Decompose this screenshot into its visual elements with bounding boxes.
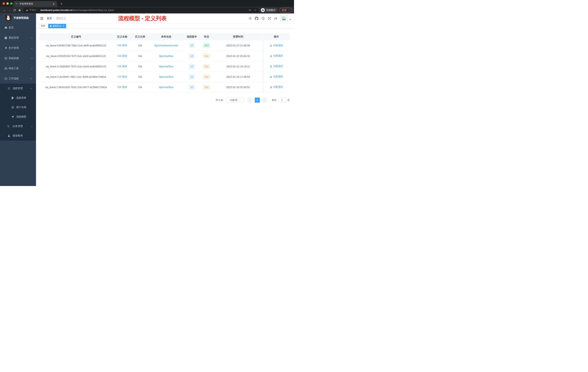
cell-deploy-time: 2022-01-22 21:48:38 [214, 40, 263, 51]
chevron-down-icon [31, 57, 33, 59]
url-path[interactable]: /bpm/manager/definition?key=oa_leave [72, 9, 114, 11]
maximize-window-button[interactable] [10, 2, 12, 5]
page-size-select[interactable]: 10条/页 [226, 98, 244, 103]
macos-window-controls[interactable] [2, 2, 12, 5]
reload-button[interactable] [12, 9, 17, 12]
address-bar[interactable]: 不安全 dashboard.yudao.iocoder.cn/bpm/manag… [23, 8, 259, 13]
sidebar-item-workflow[interactable]: 工作流程 [0, 74, 36, 84]
new-tab-button[interactable]: + [59, 2, 64, 6]
assign-rule-button[interactable]: 分配规则 [270, 85, 283, 89]
avatar-dropdown-caret-icon[interactable] [289, 19, 291, 20]
sidebar-fold-icon[interactable] [40, 17, 43, 20]
cell-deploy-time: 2022-01-22 19:19:11 [214, 61, 263, 72]
minimize-window-button[interactable] [6, 2, 9, 5]
version-badge[interactable]: v5 [189, 43, 195, 48]
security-label[interactable]: 不安全 [29, 9, 36, 12]
assign-rule-button[interactable]: 分配规则 [270, 65, 283, 68]
assign-rule-button[interactable]: 分配规则 [270, 54, 283, 57]
sidebar-item-task-management[interactable]: 任务管理 [0, 121, 36, 131]
bookmark-star-icon[interactable]: ☆ [254, 9, 257, 12]
tags-view-bar: 首页 流程定义 ✕ [36, 23, 294, 29]
app-logo-row[interactable]: 芋道管理系统 [0, 13, 36, 22]
sidebar-item-devtools[interactable]: 研发工具 [0, 63, 36, 74]
current-page-button[interactable]: 1 [255, 98, 260, 103]
version-badge[interactable]: v3 [189, 64, 195, 69]
goto-label: 前往 [272, 98, 277, 102]
sidebar-item-leave-query[interactable]: 请假查询 [0, 131, 36, 141]
tag-process-definition[interactable]: 流程定义 ✕ [48, 24, 66, 28]
status-badge: 挂起 [203, 54, 210, 58]
sidebar-item-user-group[interactable]: 用户分组 [0, 103, 36, 112]
font-size-icon[interactable]: тT [274, 17, 277, 20]
user-icon [270, 55, 272, 57]
chrome-update-button[interactable]: 更新 ⋮ [279, 8, 292, 12]
not-secure-warning-icon[interactable] [26, 9, 28, 11]
breadcrumb-separator: / [53, 17, 54, 20]
sidebar-item-system[interactable]: 系统管理 [0, 33, 36, 43]
version-badge[interactable]: v1 [189, 85, 195, 89]
table-header-row: 定义编号 定义名称 定义分类 表单信息 流程版本 状态 部署时间 操作 [40, 33, 290, 40]
table-row: oa_leave:4:991f2193-7b7f-11ec-a3c8-acde4… [40, 51, 290, 61]
avatar[interactable] [280, 15, 287, 22]
form-link[interactable]: /bpm/oa/flow [159, 75, 173, 78]
form-link[interactable]: /bpm/oa/leave/create [154, 44, 178, 47]
definition-name-link[interactable]: OA 请假 [118, 75, 127, 78]
browser-tab[interactable]: 芋道管理系统 ✕ [13, 1, 57, 7]
table-row: oa_leave:1:482ec033-762a-11ec-8477-a2380… [40, 82, 290, 92]
user-icon [270, 86, 272, 88]
assign-rule-button[interactable]: 分配规则 [270, 44, 283, 47]
sidebar-item-infrastructure[interactable]: 基础设施 [0, 53, 36, 63]
incognito-badge: 无痕模式 [260, 8, 278, 13]
prev-page-button[interactable]: ‹ [247, 98, 252, 103]
version-badge[interactable]: v2 [189, 75, 195, 79]
home-button[interactable] [17, 9, 22, 12]
definition-name-link[interactable]: OA 请假 [118, 44, 127, 47]
definition-table: 定义编号 定义名称 定义分类 表单信息 流程版本 状态 部署时间 操作 oa_l… [40, 33, 290, 92]
column-header-deploy-time: 部署时间 [214, 33, 263, 40]
column-header-actions: 操作 [263, 33, 290, 40]
sidebar-item-process-model[interactable]: 流程模型 [0, 112, 36, 121]
browser-menu-icon[interactable]: ⋮ [288, 9, 290, 11]
app-title: 芋道管理系统 [13, 16, 29, 20]
form-link[interactable]: /bpm/oa/flow [159, 86, 173, 89]
sidebar-item-process-form[interactable]: 流程表单 [0, 93, 36, 103]
sidebar-item-payment[interactable]: ¥ 支付管理 [0, 43, 36, 53]
person-icon [8, 134, 10, 137]
password-key-icon[interactable] [249, 9, 252, 12]
tag-label: 流程定义 [52, 24, 61, 27]
search-icon[interactable] [249, 17, 252, 20]
definition-name-link[interactable]: OA 请假 [118, 55, 127, 57]
back-button[interactable]: ← [2, 9, 7, 12]
form-link[interactable]: /bpm/oa/flow [159, 65, 173, 68]
cell-id: oa_leave:2:3c1f0ef1-76b1-11ec-9c66-a2380… [40, 72, 113, 82]
close-window-button[interactable] [2, 2, 5, 5]
definition-name-link[interactable]: OA 请假 [118, 65, 127, 68]
update-label[interactable]: 更新 [282, 9, 286, 12]
page-size-value: 10条/页 [230, 98, 238, 102]
red-annotation-text: 流程模型 - 定义列表 [118, 15, 167, 22]
sidebar-item-label: 研发工具 [9, 67, 19, 70]
help-icon[interactable]: ? [262, 17, 265, 20]
sidebar-item-home[interactable]: 首页 [0, 22, 36, 33]
fullscreen-icon[interactable] [268, 17, 271, 20]
column-header-name: 定义名称 [113, 33, 132, 40]
tag-home[interactable]: 首页 [39, 24, 47, 28]
version-badge[interactable]: v4 [189, 54, 195, 58]
tag-close-icon[interactable]: ✕ [63, 25, 64, 27]
breadcrumb-home[interactable]: 首页 [47, 17, 52, 20]
monitor-icon [4, 57, 8, 60]
github-icon[interactable] [255, 17, 258, 20]
assign-rule-button[interactable]: 分配规则 [270, 75, 283, 78]
url-host[interactable]: dashboard.yudao.iocoder.cn [40, 9, 73, 11]
app-navbar: 首页 / 流程定义 流程模型 - 定义列表 ? тT [36, 13, 294, 23]
tab-close-icon[interactable]: ✕ [52, 2, 55, 5]
form-link[interactable]: /bpm/oa/flow [159, 55, 173, 57]
sidebar-item-process-management[interactable]: 流程管理 [0, 84, 36, 93]
definition-name-link[interactable]: OA 请假 [118, 86, 127, 88]
sidebar-item-label: 支付管理 [9, 46, 19, 50]
favicon-plant-icon [15, 2, 18, 5]
goto-page-input[interactable] [278, 98, 286, 103]
forward-button[interactable]: → [7, 9, 12, 12]
next-page-button[interactable]: › [262, 98, 267, 103]
form-document-icon [11, 97, 14, 99]
